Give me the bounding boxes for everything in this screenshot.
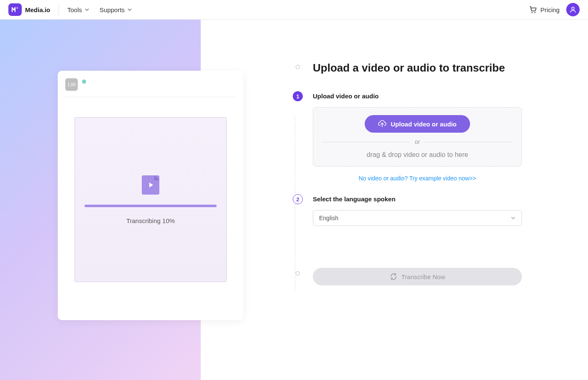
aspect-badge: 1.00 <box>65 78 78 91</box>
progress-bar <box>84 205 217 207</box>
step-2-row: 2 Select the language spoken English <box>293 194 563 226</box>
svg-point-1 <box>532 12 533 13</box>
drag-drop-text: drag & drop video or audio to here <box>322 151 513 159</box>
step-1-row: 1 Upload video or audio Upload video or … <box>293 91 563 194</box>
page-title: Upload a video or audio to transcribe <box>313 62 522 74</box>
svg-point-2 <box>534 12 536 13</box>
nav-supports[interactable]: Supports <box>100 6 132 13</box>
pricing-label: Pricing <box>540 6 560 13</box>
step-marker-title <box>296 65 300 69</box>
video-file-icon <box>142 175 159 195</box>
logo-text: Media.io <box>25 6 50 13</box>
right-panel: Upload a video or audio to transcribe 1 … <box>201 20 588 380</box>
svg-point-3 <box>572 7 574 10</box>
example-video-link[interactable]: No video or audio? Try example video now… <box>313 175 522 182</box>
title-row: Upload a video or audio to transcribe <box>293 62 563 91</box>
cloud-upload-icon <box>378 120 386 128</box>
header-left: Media.io Tools Supports <box>8 3 142 16</box>
nav-tools[interactable]: Tools <box>67 6 89 13</box>
header-right: Pricing <box>529 3 580 16</box>
step-marker-end <box>296 271 300 275</box>
logo-icon <box>8 3 22 16</box>
transcribe-button[interactable]: Transcribe Now <box>313 268 522 285</box>
transcribe-button-label: Transcribe Now <box>401 273 445 280</box>
step-2-marker: 2 <box>293 194 303 204</box>
status-dot <box>82 80 86 84</box>
avatar[interactable] <box>566 3 580 16</box>
chevron-down-icon <box>127 7 132 12</box>
user-icon <box>570 6 576 13</box>
svg-point-0 <box>17 8 18 9</box>
step-1-label: Upload video or audio <box>313 92 522 100</box>
nav-tools-label: Tools <box>67 6 82 13</box>
upload-button-label: Upload video or audio <box>391 121 457 128</box>
transcribe-row: Transcribe Now <box>293 268 563 285</box>
upload-dropzone[interactable]: Upload video or audio or drag & drop vid… <box>313 107 522 167</box>
play-icon <box>149 182 153 187</box>
chevron-down-icon <box>84 7 89 12</box>
main: 1.00 Transcribing 10% Upload a video or … <box>0 20 588 380</box>
logo[interactable]: Media.io <box>8 3 59 16</box>
header: Media.io Tools Supports Pricing <box>0 0 588 20</box>
left-panel: 1.00 Transcribing 10% <box>0 20 201 380</box>
or-text: or <box>415 139 420 145</box>
step-2-label: Select the language spoken <box>313 195 522 203</box>
language-value: English <box>319 215 338 221</box>
nav-supports-label: Supports <box>100 6 125 13</box>
refresh-icon <box>390 273 397 280</box>
chevron-down-icon <box>511 216 516 221</box>
pricing-link[interactable]: Pricing <box>529 5 560 14</box>
step-1-marker: 1 <box>293 91 303 101</box>
or-divider: or <box>322 139 513 145</box>
upload-button[interactable]: Upload video or audio <box>365 115 470 133</box>
language-select[interactable]: English <box>313 210 522 226</box>
progress-text: Transcribing 10% <box>126 217 175 224</box>
cart-icon <box>529 5 537 14</box>
